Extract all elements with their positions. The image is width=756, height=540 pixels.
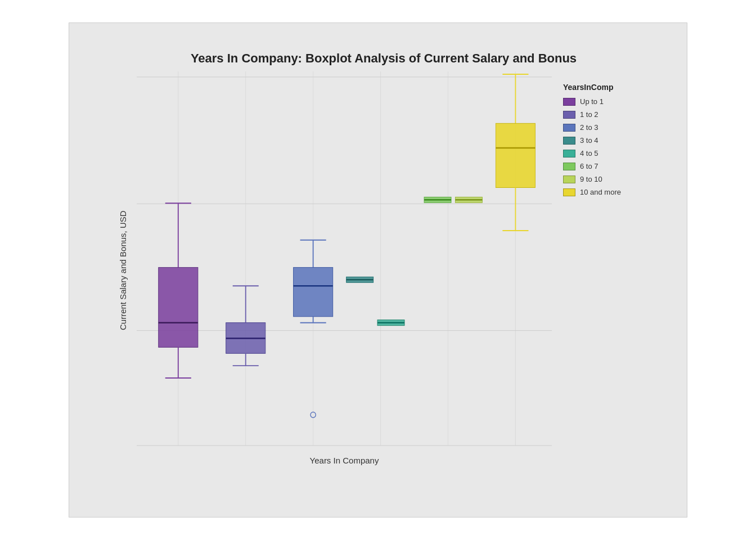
svg-rect-0: [137, 71, 552, 451]
plot-area-wrapper: 6000 4000 2000 0 | | | | | |: [137, 71, 552, 470]
legend: YearsInComp Up to 1 1 to 2 2 to 3 3 to 4…: [563, 71, 653, 470]
legend-title: YearsInComp: [563, 83, 653, 92]
x-axis-label: Years In Company: [137, 456, 552, 470]
legend-label-1: 1 to 2: [580, 110, 598, 119]
legend-label-2: 2 to 3: [580, 123, 598, 132]
chart-body: Current Salary and Bonus, USD: [114, 71, 653, 470]
y-axis-label: Current Salary and Bonus, USD: [114, 71, 131, 470]
legend-color-5: [563, 163, 575, 170]
legend-label-0: Up to 1: [580, 97, 604, 106]
plot-area: 6000 4000 2000 0 | | | | | |: [137, 71, 552, 451]
legend-item-6: 9 to 10: [563, 175, 653, 183]
legend-label-7: 10 and more: [580, 188, 621, 196]
svg-rect-22: [159, 267, 198, 347]
plot-svg: 6000 4000 2000 0 | | | | | |: [137, 71, 552, 451]
legend-item-4: 4 to 5: [563, 149, 653, 158]
legend-item-0: Up to 1: [563, 97, 653, 106]
legend-item-1: 1 to 2: [563, 110, 653, 119]
legend-color-2: [563, 124, 575, 132]
legend-label-6: 9 to 10: [580, 175, 602, 183]
legend-item-2: 2 to 3: [563, 123, 653, 132]
legend-color-4: [563, 150, 575, 158]
legend-color-1: [563, 111, 575, 119]
legend-color-3: [563, 137, 575, 145]
svg-rect-34: [294, 267, 333, 316]
legend-item-5: 6 to 7: [563, 162, 653, 170]
chart-container: Years In Company: Boxplot Analysis of Cu…: [69, 22, 687, 518]
legend-item-7: 10 and more: [563, 188, 653, 196]
legend-color-0: [563, 98, 575, 106]
legend-color-7: [563, 188, 575, 196]
legend-label-3: 3 to 4: [580, 136, 598, 145]
legend-item-3: 3 to 4: [563, 136, 653, 145]
legend-label-5: 6 to 7: [580, 162, 598, 170]
svg-rect-53: [496, 123, 535, 187]
chart-title: Years In Company: Boxplot Analysis of Cu…: [114, 51, 653, 66]
legend-color-6: [563, 176, 575, 183]
legend-label-4: 4 to 5: [580, 149, 598, 158]
